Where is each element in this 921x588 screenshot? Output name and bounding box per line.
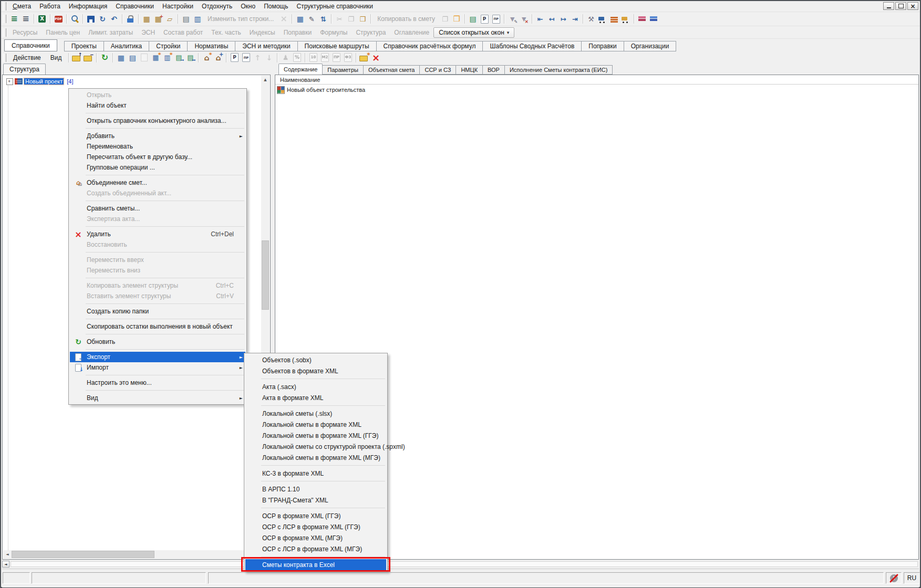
menu-item-export-osr-lsr-xml-mge[interactable]: ОСР с ЛСР в формате XML (МГЭ) <box>245 543 386 554</box>
menubar-item-strukturnye-spravochniki[interactable]: Структурные справочники <box>292 2 377 11</box>
menu-item-export-objects-sobx[interactable]: Объектов (.sobx) <box>245 354 386 365</box>
building-star-icon[interactable] <box>150 52 161 63</box>
tab-organizacii[interactable]: Организации <box>624 41 677 51</box>
tab-stroyki[interactable]: Стройки <box>149 41 188 51</box>
building-star2-icon[interactable] <box>161 52 173 63</box>
menu-item-merge-estimates[interactable]: Объединение смет... <box>70 177 245 188</box>
search-icon[interactable] <box>69 14 80 25</box>
tree-add-icon[interactable] <box>20 14 32 25</box>
tab-parametry[interactable]: Параметры <box>323 65 364 75</box>
menu-item-export-local-estimate-xml-gge[interactable]: Локальной сметы в формате XML (ГГЭ) <box>245 430 386 441</box>
crate-add-icon[interactable] <box>152 14 164 25</box>
truck-icon[interactable] <box>597 14 608 25</box>
menu-item-export-local-estimate-slsx[interactable]: Локальной сметы (.slsx) <box>245 408 386 419</box>
tree-horizontal-scrollbar[interactable]: ◄ ► <box>3 550 261 559</box>
indent-all-icon[interactable] <box>569 14 581 25</box>
tab-struktura[interactable]: Структура <box>3 64 46 75</box>
tab-nmck[interactable]: НМЦК <box>456 65 483 75</box>
menu-item-export-act-xml[interactable]: Акта в формате XML <box>245 392 386 403</box>
vertical-scroll-thumb[interactable] <box>262 240 269 310</box>
folder-parent-icon[interactable] <box>71 52 82 63</box>
menubar-item-otdohnut[interactable]: Отдохнуть <box>198 2 236 11</box>
tab-popravki[interactable]: Поправки <box>582 41 624 51</box>
menu-action[interactable]: Действие <box>8 53 46 62</box>
menu-item-create-folder-copy[interactable]: Создать копию папки <box>70 306 245 317</box>
print-icon[interactable] <box>180 14 192 25</box>
tab-obektnaya-smeta[interactable]: Объектная смета <box>364 65 420 75</box>
bottom-scroll-track[interactable] <box>11 561 918 567</box>
tab-soderzhanie[interactable]: Содержание <box>278 64 323 75</box>
menu-item-add[interactable]: Добавить► <box>70 131 245 141</box>
menu-item-export-act-sacx[interactable]: Акта (.sacx) <box>245 381 386 392</box>
language-indicator[interactable]: RU <box>904 572 920 584</box>
filter-x-icon[interactable] <box>518 14 530 25</box>
menu-item-export-osr-xml-mge[interactable]: ОСР в формате XML (МГЭ) <box>245 532 386 543</box>
tab-vor[interactable]: ВОР <box>483 65 505 75</box>
clipboard-icon[interactable] <box>451 14 462 25</box>
menu-item-copy-remainders-to-new-object[interactable]: Скопировать остатки выполнения в новый о… <box>70 321 245 332</box>
tab-poiskovye-marshruty[interactable]: Поисковые маршруты <box>298 41 377 51</box>
excel-icon[interactable] <box>36 14 48 25</box>
menubar-item-nastroyki[interactable]: Настройки <box>158 2 198 11</box>
minimize-button[interactable] <box>883 2 894 10</box>
tab-analitika[interactable]: Аналитика <box>104 41 149 51</box>
page-pr-icon[interactable] <box>490 14 502 25</box>
toolbar-grip[interactable] <box>3 2 6 10</box>
books-blue-icon[interactable] <box>648 14 659 25</box>
book-arrow-icon[interactable] <box>173 52 184 63</box>
undo-icon[interactable] <box>108 14 120 25</box>
pdf-icon[interactable] <box>53 14 64 25</box>
menu-item-export-local-estimate-xml[interactable]: Локальной сметы в формате XML <box>245 419 386 430</box>
page-edit-icon[interactable] <box>306 14 317 25</box>
building-icon[interactable] <box>192 14 203 25</box>
menu-item-export-arps[interactable]: В АРПС 1.10 <box>245 484 386 495</box>
menu-item-export[interactable]: Экспорт► <box>70 352 245 362</box>
menu-view[interactable]: Вид <box>46 53 67 62</box>
menu-item-export-contract-estimates-excel[interactable]: Сметы контракта в Excel <box>245 559 386 570</box>
menu-item-recalc-to-other-base[interactable]: Пересчитать объект в другую базу... <box>70 152 245 162</box>
toolbar-grip[interactable] <box>3 28 6 37</box>
filter-edit-icon[interactable] <box>506 14 518 25</box>
menu-item-compare-estimates[interactable]: Сравнить сметы... <box>70 203 245 214</box>
maximize-button[interactable] <box>895 2 906 10</box>
tab-spravochnik-raschetnyh-formul[interactable]: Справочник расчётных формул <box>377 41 483 51</box>
scroll-up-button[interactable]: ▲ <box>261 76 270 84</box>
menu-item-import[interactable]: Импорт► <box>70 362 245 373</box>
machine-icon[interactable] <box>620 14 632 25</box>
buildings-icon[interactable] <box>115 52 127 63</box>
menu-item-view[interactable]: Вид► <box>70 393 245 403</box>
tree-list-icon[interactable] <box>8 14 20 25</box>
refresh-green-icon[interactable] <box>99 52 110 63</box>
page-pr-icon[interactable] <box>240 52 252 63</box>
books-pink-icon[interactable] <box>636 14 648 25</box>
updown-icon[interactable] <box>317 14 329 25</box>
crate-icon[interactable] <box>141 14 152 25</box>
menubar-item-pomosh[interactable]: Помощь <box>260 2 292 11</box>
tag-icon[interactable] <box>164 14 175 25</box>
indent-icon[interactable] <box>557 14 569 25</box>
menu-item-export-local-estimate-xml-mge[interactable]: Локальной сметы в формате XML (МГЭ) <box>245 452 386 463</box>
menu-item-export-osr-xml-gge[interactable]: ОСР в формате XML (ГГЭ) <box>245 510 386 521</box>
menu-item-export-osr-lsr-xml-gge[interactable]: ОСР с ЛСР в формате XML (ГГЭ) <box>245 521 386 532</box>
menu-item-group-operations[interactable]: Групповые операции ... <box>70 162 245 173</box>
menu-item-export-grand-smeta-xml[interactable]: В "ГРАНД-Смета" XML <box>245 495 386 506</box>
menubar-item-smeta[interactable]: Смета <box>8 2 35 11</box>
menu-item-refresh[interactable]: Обновить <box>70 337 245 347</box>
tab-ispolnenie-smety-kontrakta-eis[interactable]: Исполнение Сметы контракта (ЕИС) <box>505 65 613 75</box>
tab-spravochniki[interactable]: Справочники <box>4 39 57 51</box>
menu-item-open-conjuncture-catalog[interactable]: Открыть справочник конъюнктурного анализ… <box>70 116 245 126</box>
buildings-list-icon[interactable] <box>127 52 138 63</box>
expand-plus-icon[interactable] <box>6 78 13 85</box>
list-item[interactable]: Новый объект строительства <box>275 86 918 94</box>
menubar-item-okno[interactable]: Окно <box>236 2 260 11</box>
house-star2-icon[interactable] <box>212 52 224 63</box>
delete-red-icon[interactable] <box>370 52 381 63</box>
calc-icon[interactable] <box>294 14 306 25</box>
paste-icon[interactable] <box>357 14 368 25</box>
toolbar-grip[interactable] <box>3 15 6 23</box>
tab-normativy[interactable]: Нормативы <box>188 41 235 51</box>
open-windows-list-button[interactable]: Список открытых окон▾ <box>433 27 514 38</box>
outdent-all-icon[interactable] <box>534 14 546 25</box>
menu-item-customize-menu[interactable]: Настроить это меню... <box>70 377 245 388</box>
panel-collapse-button[interactable]: ◄ <box>2 561 9 568</box>
